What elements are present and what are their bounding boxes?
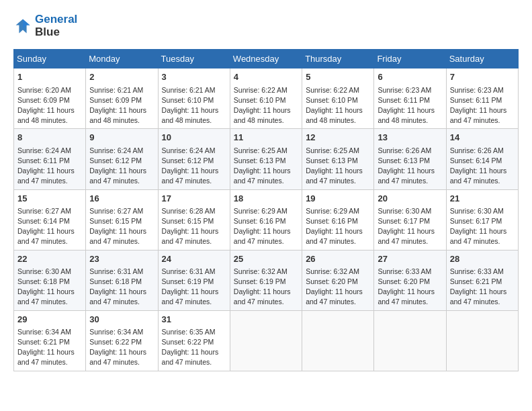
calendar-week-row: 8Sunrise: 6:24 AM Sunset: 6:11 PM Daylig… [14, 129, 519, 189]
weekday-header-cell: Thursday [302, 50, 374, 68]
day-info: Sunrise: 6:21 AM Sunset: 6:10 PM Dayligh… [162, 85, 226, 126]
calendar-week-row: 29Sunrise: 6:34 AM Sunset: 6:21 PM Dayli… [14, 310, 519, 371]
calendar-day-cell: 7Sunrise: 6:23 AM Sunset: 6:11 PM Daylig… [446, 68, 518, 129]
weekday-header-cell: Saturday [446, 50, 518, 68]
calendar-day-cell [302, 310, 374, 371]
day-number: 18 [234, 193, 298, 205]
calendar-day-cell: 22Sunrise: 6:30 AM Sunset: 6:18 PM Dayli… [14, 250, 86, 310]
day-number: 3 [162, 71, 226, 83]
calendar-day-cell [446, 310, 518, 371]
day-number: 24 [162, 253, 226, 265]
calendar-day-cell: 13Sunrise: 6:26 AM Sunset: 6:13 PM Dayli… [374, 129, 446, 189]
day-info: Sunrise: 6:31 AM Sunset: 6:19 PM Dayligh… [162, 267, 226, 308]
day-number: 20 [378, 193, 442, 205]
weekday-header-cell: Tuesday [158, 50, 230, 68]
day-number: 27 [378, 253, 442, 265]
calendar-day-cell: 24Sunrise: 6:31 AM Sunset: 6:19 PM Dayli… [158, 250, 230, 310]
day-info: Sunrise: 6:25 AM Sunset: 6:13 PM Dayligh… [234, 146, 298, 187]
day-info: Sunrise: 6:24 AM Sunset: 6:12 PM Dayligh… [162, 146, 226, 187]
day-number: 31 [162, 314, 226, 326]
day-info: Sunrise: 6:20 AM Sunset: 6:09 PM Dayligh… [17, 85, 82, 126]
calendar-day-cell: 5Sunrise: 6:22 AM Sunset: 6:10 PM Daylig… [302, 68, 374, 129]
calendar-day-cell: 14Sunrise: 6:26 AM Sunset: 6:14 PM Dayli… [446, 129, 518, 189]
day-info: Sunrise: 6:23 AM Sunset: 6:11 PM Dayligh… [450, 85, 515, 126]
logo-text: General Blue [35, 13, 77, 38]
day-number: 21 [450, 193, 515, 205]
day-number: 28 [450, 253, 515, 265]
day-info: Sunrise: 6:32 AM Sunset: 6:20 PM Dayligh… [306, 267, 370, 308]
calendar-day-cell: 2Sunrise: 6:21 AM Sunset: 6:09 PM Daylig… [86, 68, 158, 129]
day-number: 8 [17, 132, 82, 144]
calendar-day-cell: 12Sunrise: 6:25 AM Sunset: 6:13 PM Dayli… [302, 129, 374, 189]
weekday-header-cell: Friday [374, 50, 446, 68]
day-info: Sunrise: 6:24 AM Sunset: 6:11 PM Dayligh… [17, 146, 82, 187]
day-info: Sunrise: 6:31 AM Sunset: 6:18 PM Dayligh… [89, 267, 154, 308]
calendar-body: 1Sunrise: 6:20 AM Sunset: 6:09 PM Daylig… [14, 68, 519, 371]
day-info: Sunrise: 6:30 AM Sunset: 6:17 PM Dayligh… [378, 206, 442, 247]
calendar-day-cell: 11Sunrise: 6:25 AM Sunset: 6:13 PM Dayli… [230, 129, 302, 189]
day-info: Sunrise: 6:25 AM Sunset: 6:13 PM Dayligh… [306, 146, 370, 187]
day-info: Sunrise: 6:22 AM Sunset: 6:10 PM Dayligh… [306, 85, 370, 126]
day-info: Sunrise: 6:33 AM Sunset: 6:20 PM Dayligh… [378, 267, 442, 308]
day-info: Sunrise: 6:23 AM Sunset: 6:11 PM Dayligh… [378, 85, 442, 126]
calendar-day-cell: 25Sunrise: 6:32 AM Sunset: 6:19 PM Dayli… [230, 250, 302, 310]
weekday-header-cell: Monday [86, 50, 158, 68]
day-number: 5 [306, 71, 370, 83]
day-number: 10 [162, 132, 226, 144]
calendar-day-cell [374, 310, 446, 371]
day-number: 2 [89, 71, 154, 83]
day-info: Sunrise: 6:24 AM Sunset: 6:12 PM Dayligh… [89, 146, 154, 187]
calendar-day-cell: 30Sunrise: 6:34 AM Sunset: 6:22 PM Dayli… [86, 310, 158, 371]
calendar-day-cell: 23Sunrise: 6:31 AM Sunset: 6:18 PM Dayli… [86, 250, 158, 310]
day-number: 22 [17, 253, 82, 265]
calendar-day-cell: 26Sunrise: 6:32 AM Sunset: 6:20 PM Dayli… [302, 250, 374, 310]
day-number: 14 [450, 132, 515, 144]
calendar-week-row: 22Sunrise: 6:30 AM Sunset: 6:18 PM Dayli… [14, 250, 519, 310]
calendar-day-cell: 27Sunrise: 6:33 AM Sunset: 6:20 PM Dayli… [374, 250, 446, 310]
calendar-day-cell: 8Sunrise: 6:24 AM Sunset: 6:11 PM Daylig… [14, 129, 86, 189]
day-info: Sunrise: 6:32 AM Sunset: 6:19 PM Dayligh… [234, 267, 298, 308]
day-number: 23 [89, 253, 154, 265]
calendar-day-cell: 15Sunrise: 6:27 AM Sunset: 6:14 PM Dayli… [14, 189, 86, 250]
page-header: General Blue [13, 13, 519, 38]
day-number: 16 [89, 193, 154, 205]
logo-icon [13, 17, 32, 36]
calendar-table: SundayMondayTuesdayWednesdayThursdayFrid… [13, 49, 519, 371]
calendar-day-cell: 18Sunrise: 6:29 AM Sunset: 6:16 PM Dayli… [230, 189, 302, 250]
day-info: Sunrise: 6:28 AM Sunset: 6:15 PM Dayligh… [162, 206, 226, 247]
weekday-header-row: SundayMondayTuesdayWednesdayThursdayFrid… [14, 50, 519, 68]
day-info: Sunrise: 6:21 AM Sunset: 6:09 PM Dayligh… [89, 85, 154, 126]
day-info: Sunrise: 6:26 AM Sunset: 6:14 PM Dayligh… [450, 146, 515, 187]
day-number: 19 [306, 193, 370, 205]
day-info: Sunrise: 6:30 AM Sunset: 6:18 PM Dayligh… [17, 267, 82, 308]
calendar-day-cell [230, 310, 302, 371]
day-info: Sunrise: 6:27 AM Sunset: 6:15 PM Dayligh… [89, 206, 154, 247]
day-info: Sunrise: 6:30 AM Sunset: 6:17 PM Dayligh… [450, 206, 515, 247]
day-info: Sunrise: 6:34 AM Sunset: 6:21 PM Dayligh… [17, 327, 82, 368]
day-info: Sunrise: 6:33 AM Sunset: 6:21 PM Dayligh… [450, 267, 515, 308]
day-number: 17 [162, 193, 226, 205]
day-info: Sunrise: 6:35 AM Sunset: 6:22 PM Dayligh… [162, 327, 226, 368]
day-info: Sunrise: 6:29 AM Sunset: 6:16 PM Dayligh… [306, 206, 370, 247]
day-number: 13 [378, 132, 442, 144]
calendar-day-cell: 6Sunrise: 6:23 AM Sunset: 6:11 PM Daylig… [374, 68, 446, 129]
day-number: 30 [89, 314, 154, 326]
day-number: 9 [89, 132, 154, 144]
day-number: 25 [234, 253, 298, 265]
day-number: 26 [306, 253, 370, 265]
calendar-day-cell: 19Sunrise: 6:29 AM Sunset: 6:16 PM Dayli… [302, 189, 374, 250]
calendar-day-cell: 10Sunrise: 6:24 AM Sunset: 6:12 PM Dayli… [158, 129, 230, 189]
calendar-week-row: 1Sunrise: 6:20 AM Sunset: 6:09 PM Daylig… [14, 68, 519, 129]
calendar-day-cell: 31Sunrise: 6:35 AM Sunset: 6:22 PM Dayli… [158, 310, 230, 371]
calendar-day-cell: 17Sunrise: 6:28 AM Sunset: 6:15 PM Dayli… [158, 189, 230, 250]
day-number: 4 [234, 71, 298, 83]
day-number: 6 [378, 71, 442, 83]
calendar-day-cell: 4Sunrise: 6:22 AM Sunset: 6:10 PM Daylig… [230, 68, 302, 129]
day-number: 29 [17, 314, 82, 326]
weekday-header-cell: Wednesday [230, 50, 302, 68]
calendar-day-cell: 20Sunrise: 6:30 AM Sunset: 6:17 PM Dayli… [374, 189, 446, 250]
day-number: 1 [17, 71, 82, 83]
day-info: Sunrise: 6:34 AM Sunset: 6:22 PM Dayligh… [89, 327, 154, 368]
day-info: Sunrise: 6:22 AM Sunset: 6:10 PM Dayligh… [234, 85, 298, 126]
calendar-day-cell: 1Sunrise: 6:20 AM Sunset: 6:09 PM Daylig… [14, 68, 86, 129]
